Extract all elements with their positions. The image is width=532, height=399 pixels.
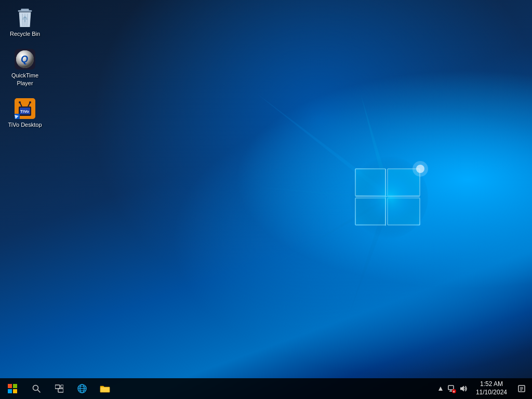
svg-rect-36: [13, 384, 17, 388]
internet-explorer-button[interactable]: [71, 378, 94, 399]
svg-rect-7: [388, 169, 420, 196]
svg-rect-10: [356, 198, 385, 224]
svg-point-17: [413, 161, 428, 177]
desktop-icons: Recycle Bin: [0, 0, 50, 141]
file-explorer-button[interactable]: [94, 378, 116, 399]
show-hidden-icons-button[interactable]: [436, 378, 445, 399]
svg-marker-48: [438, 387, 443, 391]
network-icon[interactable]: ✕: [445, 378, 457, 399]
recycle-bin-label: Recycle Bin: [10, 30, 40, 37]
recycle-bin-icon[interactable]: Recycle Bin: [4, 4, 46, 41]
clock-area[interactable]: 1:52 AM 11/10/2024: [472, 378, 511, 399]
svg-marker-1: [257, 187, 387, 200]
clock-time: 1:52 AM: [480, 380, 503, 389]
recycle-bin-image: [15, 7, 35, 28]
desktop: Recycle Bin: [0, 0, 532, 399]
svg-line-40: [38, 390, 41, 393]
network-error-badge: ✕: [452, 389, 456, 393]
svg-point-31: [19, 101, 21, 103]
svg-text:Q: Q: [21, 54, 28, 64]
svg-rect-43: [61, 385, 63, 388]
svg-point-16: [416, 165, 424, 173]
svg-rect-19: [21, 9, 29, 11]
svg-rect-47: [100, 387, 110, 392]
taskbar: ✕ 1:52 AM 11/10/2024: [0, 378, 532, 399]
svg-marker-3: [350, 197, 392, 312]
svg-rect-8: [388, 169, 419, 195]
svg-rect-11: [388, 198, 420, 225]
network-icon-wrap: ✕: [447, 385, 455, 392]
tray-icons: ✕: [434, 378, 472, 399]
tivo-image: TiVo: [15, 98, 35, 119]
svg-point-32: [29, 101, 31, 103]
action-center-button[interactable]: [511, 378, 532, 399]
system-tray: ✕ 1:52 AM 11/10/2024: [434, 378, 532, 399]
quicktime-icon[interactable]: Q QuickTimePlayer: [4, 46, 46, 90]
svg-rect-9: [355, 198, 385, 225]
quicktime-label: QuickTimePlayer: [11, 72, 38, 87]
svg-rect-5: [355, 169, 385, 196]
task-view-button[interactable]: [48, 378, 71, 399]
tivo-desktop-icon[interactable]: TiVo TiVo Desktop: [4, 95, 46, 131]
clock-date: 11/10/2024: [476, 389, 507, 397]
svg-rect-41: [55, 385, 60, 389]
quicktime-image: Q: [15, 49, 35, 70]
svg-marker-52: [460, 386, 464, 392]
search-button[interactable]: [25, 378, 48, 399]
windows-logo-background: [257, 94, 490, 312]
svg-rect-12: [388, 198, 419, 224]
svg-rect-42: [58, 389, 63, 392]
svg-rect-38: [13, 389, 17, 393]
svg-rect-6: [356, 169, 385, 195]
svg-point-13: [345, 156, 428, 239]
tivo-label: TiVo Desktop: [8, 121, 42, 128]
start-button[interactable]: [0, 378, 25, 399]
svg-marker-4: [361, 94, 392, 197]
svg-marker-2: [257, 197, 389, 275]
svg-rect-35: [8, 384, 12, 388]
svg-text:TiVo: TiVo: [20, 109, 29, 114]
svg-rect-37: [8, 389, 12, 393]
volume-icon[interactable]: [457, 378, 470, 399]
svg-marker-0: [257, 94, 392, 197]
